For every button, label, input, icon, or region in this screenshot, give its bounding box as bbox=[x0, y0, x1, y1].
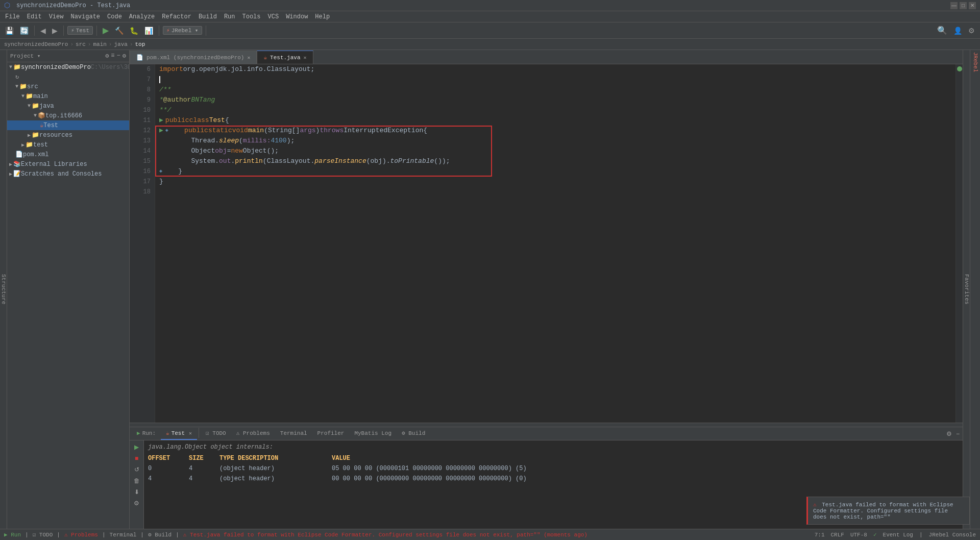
bottom-tab-problems[interactable]: ⚠ Problems bbox=[231, 428, 275, 440]
menu-edit[interactable]: Edit bbox=[24, 12, 45, 21]
menu-vcs[interactable]: VCS bbox=[265, 12, 282, 21]
breadcrumb-main[interactable]: main bbox=[93, 41, 106, 47]
toolbar-build-btn[interactable]: 🔨 bbox=[113, 26, 126, 36]
toolbar-coverage-btn[interactable]: 📊 bbox=[142, 26, 155, 36]
status-build[interactable]: ⚙ Build bbox=[148, 531, 172, 538]
toolbar-sync-btn[interactable]: 🔄 bbox=[18, 26, 31, 36]
breadcrumb-sep-2: › bbox=[88, 41, 91, 47]
structure-panel[interactable]: Structure bbox=[0, 50, 7, 529]
sidebar-item-src[interactable]: ▼ 📁 src bbox=[7, 82, 129, 91]
tab-pom[interactable]: 📄 pom.xml (synchronizedDemoPro) ✕ bbox=[130, 51, 257, 64]
maximize-button[interactable]: □ bbox=[960, 2, 967, 9]
breadcrumb-project[interactable]: synchronizedDemoPro bbox=[4, 41, 68, 47]
bottom-tab-build[interactable]: ⚙ Build bbox=[397, 428, 430, 440]
sidebar-item-java[interactable]: ▼ 📁 java bbox=[7, 101, 129, 111]
status-todo[interactable]: ☑ TODO bbox=[33, 531, 53, 538]
menu-view[interactable]: View bbox=[46, 12, 67, 21]
status-encoding[interactable]: UTF-8 bbox=[850, 532, 867, 538]
line-numbers: 6 7 8 9 10 11 12 13 14 15 16 17 18 bbox=[130, 64, 155, 423]
tab-test-java[interactable]: ☕ Test.java ✕ bbox=[257, 51, 313, 64]
status-crlf[interactable]: CRLF bbox=[831, 532, 844, 538]
folder-icon: 📁 bbox=[32, 131, 39, 139]
menu-file[interactable]: File bbox=[2, 12, 23, 21]
bottom-settings-btn[interactable]: ⚙ bbox=[945, 429, 953, 438]
sidebar-item-main[interactable]: ▼ 📁 main bbox=[7, 91, 129, 101]
jrebel-side-icon[interactable]: JRebel bbox=[972, 52, 978, 72]
sidebar-item-project[interactable]: ▼ 📁 synchronizedDemoPro C:\Users\30315\D… bbox=[7, 62, 129, 72]
menu-code[interactable]: Code bbox=[104, 12, 125, 21]
test-run-label: Test bbox=[172, 430, 185, 436]
test-tab-close[interactable]: ✕ bbox=[304, 55, 307, 61]
menu-window[interactable]: Window bbox=[283, 12, 311, 21]
jrebel-btn[interactable]: ⚡ JRebel ▾ bbox=[163, 26, 202, 35]
indent-16 bbox=[162, 166, 178, 177]
sidebar-item-resources[interactable]: ▶ 📁 resources bbox=[7, 130, 129, 140]
toolbar-search-btn[interactable]: 🔍 bbox=[935, 24, 949, 36]
code-area[interactable]: import org.openjdk.jol.info.ClassLayout;… bbox=[155, 64, 955, 423]
bottom-tab-mybatis[interactable]: MyBatis Log bbox=[349, 428, 397, 440]
tab-bar: 📄 pom.xml (synchronizedDemoPro) ✕ ☕ Test… bbox=[130, 50, 963, 64]
status-terminal[interactable]: Terminal bbox=[110, 532, 137, 538]
menu-refactor[interactable]: Refactor bbox=[159, 12, 194, 21]
horizontal-scrollbar[interactable] bbox=[130, 423, 963, 427]
sidebar-collapse-icon[interactable]: − bbox=[117, 52, 120, 60]
bottom-tab-test[interactable]: ☕ Test ✕ bbox=[161, 428, 197, 440]
menu-tools[interactable]: Tools bbox=[239, 12, 264, 21]
test-tab-run-close[interactable]: ✕ bbox=[189, 430, 192, 436]
menu-help[interactable]: Help bbox=[312, 12, 333, 21]
toolbar-rebel-btn[interactable]: ⚡ Test bbox=[67, 26, 93, 35]
toolbar-user-btn[interactable]: 👤 bbox=[951, 26, 964, 36]
bottom-tab-run-label[interactable]: ▶ Run: bbox=[132, 428, 161, 440]
sidebar-item-scratches[interactable]: ▶ 📝 Scratches and Consoles bbox=[7, 169, 129, 179]
libs-label: External Libraries bbox=[21, 161, 87, 168]
sidebar-item-test-java[interactable]: ☕ Test bbox=[7, 120, 129, 130]
obj-var: obj bbox=[215, 146, 227, 156]
sidebar-item-package[interactable]: ▼ 📦 top.it6666 bbox=[7, 111, 129, 120]
close-button[interactable]: ✕ bbox=[969, 2, 976, 9]
menu-run[interactable]: Run bbox=[221, 12, 238, 21]
bottom-tab-profiler[interactable]: Profiler bbox=[312, 428, 350, 440]
console-scroll-btn[interactable]: ⬇ bbox=[133, 487, 140, 497]
console-stop-btn[interactable]: ■ bbox=[134, 454, 139, 463]
folder-icon: 📁 bbox=[19, 83, 27, 90]
status-event-log[interactable]: Event Log bbox=[883, 532, 913, 538]
bottom-tab-terminal[interactable]: Terminal bbox=[275, 428, 312, 440]
breadcrumb-src[interactable]: src bbox=[76, 41, 86, 47]
breadcrumb-top[interactable]: top bbox=[135, 41, 145, 47]
toolbar-settings-btn[interactable]: ⚙ bbox=[966, 26, 977, 36]
line-num-10: 10 bbox=[130, 105, 151, 115]
bottom-tab-todo[interactable]: ☑ TODO bbox=[201, 428, 231, 440]
sidebar-layout-icon[interactable]: ≡ bbox=[111, 52, 114, 60]
console-run-btn[interactable]: ▶ bbox=[133, 443, 140, 452]
status-run-btn[interactable]: ▶ Run bbox=[4, 531, 21, 538]
console-settings-btn2[interactable]: ⚙ bbox=[133, 499, 140, 508]
console-clear-btn[interactable]: 🗑 bbox=[133, 476, 141, 485]
status-jrebel-console[interactable]: JRebel Console bbox=[929, 532, 976, 538]
code-line-9: * @author BNTang bbox=[159, 95, 951, 105]
menu-build[interactable]: Build bbox=[195, 12, 220, 21]
status-problems[interactable]: ⚠ Problems bbox=[64, 531, 98, 538]
toolbar-debug-btn[interactable]: 🐛 bbox=[128, 26, 140, 36]
menu-analyze[interactable]: Analyze bbox=[126, 12, 158, 21]
sidebar-settings-icon[interactable]: ⚙ bbox=[105, 52, 109, 60]
toolbar-back-btn[interactable]: ◀ bbox=[38, 26, 48, 36]
toolbar-run-btn[interactable]: ▶ bbox=[101, 24, 111, 36]
sidebar-item-external-libs[interactable]: ▶ 📚 External Libraries bbox=[7, 159, 129, 169]
breadcrumb-java[interactable]: java bbox=[114, 41, 127, 47]
import-kw: import bbox=[159, 64, 183, 75]
favorites-panel[interactable]: Favorites bbox=[963, 50, 970, 529]
toolbar-forward-btn[interactable]: ▶ bbox=[50, 26, 60, 36]
bottom-minimize-btn[interactable]: − bbox=[955, 429, 961, 438]
minimize-button[interactable]: — bbox=[950, 2, 958, 9]
menu-navigate[interactable]: Navigate bbox=[67, 12, 103, 21]
java-label: java bbox=[39, 103, 54, 110]
pom-tab-close[interactable]: ✕ bbox=[247, 55, 250, 61]
toolbar-save-btn[interactable]: 💾 bbox=[3, 26, 16, 36]
sidebar-gear-icon[interactable]: ⚙ bbox=[122, 52, 126, 60]
sidebar-item-pom[interactable]: 📄 pom.xml bbox=[7, 150, 129, 159]
code-line-16: ◈ } bbox=[159, 166, 951, 177]
code-line-8: /** bbox=[159, 85, 951, 95]
console-rerun-btn[interactable]: ↺ bbox=[133, 465, 140, 474]
indent-15 bbox=[159, 156, 191, 166]
sidebar-item-test[interactable]: ▶ 📁 test bbox=[7, 140, 129, 150]
